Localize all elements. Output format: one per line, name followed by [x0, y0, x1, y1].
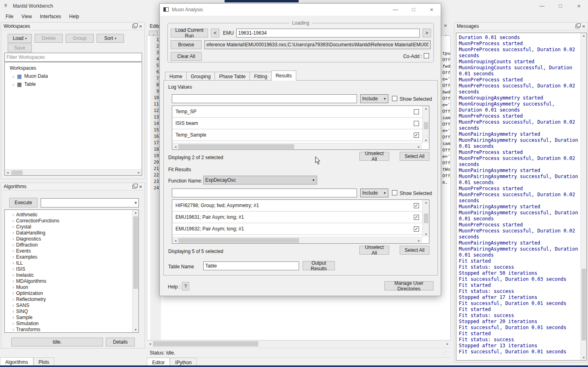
workspaces-hscrollbar[interactable]: ◄ ► [5, 169, 142, 175]
clear-all-button[interactable]: Clear All [171, 52, 202, 61]
algorithm-search-combobox[interactable]: ▾ [41, 198, 139, 207]
scroll-up-icon[interactable]: ▲ [581, 34, 587, 37]
fit-item-checkbox[interactable] [414, 226, 419, 232]
scroll-down-icon[interactable]: ▼ [132, 328, 139, 331]
log-item-checkbox[interactable] [414, 109, 419, 114]
scroll-left-icon[interactable]: ◄ [148, 342, 152, 345]
co-add-checkbox[interactable] [424, 53, 429, 58]
fit-list-vscrollbar[interactable]: ▲ ▼ [422, 200, 429, 237]
tree-chevron-icon[interactable]: › [10, 218, 16, 223]
log-item-checkbox[interactable] [414, 121, 419, 126]
log-list-vscrollbar[interactable]: ▲ ▼ [422, 106, 429, 143]
manage-user-directories-button[interactable]: Manage User Directories [384, 281, 433, 290]
previous-run-button[interactable]: < [211, 29, 219, 37]
tab-grouping[interactable]: Grouping [186, 72, 215, 81]
algorithm-category-inelastic[interactable]: ›Inelastic [5, 272, 138, 278]
algorithm-category-datahandling[interactable]: ›DataHandling [5, 230, 138, 236]
algorithm-category-arithmetic[interactable]: ›Arithmetic [5, 211, 138, 218]
tree-chevron-icon[interactable]: › [10, 309, 16, 314]
scroll-left-icon[interactable]: ◄ [173, 239, 177, 242]
fit-results-filter-input[interactable] [172, 189, 357, 197]
algorithm-category-ill[interactable]: ›ILL [5, 260, 138, 266]
tree-chevron-icon[interactable]: › [10, 327, 16, 332]
log-select-all-button[interactable]: Select All [400, 152, 429, 161]
log-values-filter-input[interactable] [172, 94, 357, 103]
tree-chevron-icon[interactable]: › [10, 272, 16, 278]
algorithm-category-simulation[interactable]: ›Simulation [5, 320, 138, 326]
tree-chevron-icon[interactable]: › [10, 278, 16, 284]
tab-home[interactable]: Home [165, 72, 187, 81]
editor-hscrollbar[interactable]: ◄ ► [147, 340, 451, 347]
fit-list-hscrollbar[interactable]: ◄ ► [172, 237, 422, 243]
tree-chevron-icon[interactable]: › [10, 254, 16, 259]
log-item-row[interactable]: Temp_Sample [172, 129, 422, 141]
menu-item-file[interactable]: File [2, 12, 17, 21]
fit-show-selected-checkbox[interactable] [392, 190, 397, 195]
menu-item-interfaces[interactable]: Interfaces [36, 12, 65, 21]
filter-workspaces-input[interactable] [4, 53, 142, 62]
algorithm-category-sinq[interactable]: ›SINQ [5, 308, 138, 314]
scroll-left-icon[interactable]: ◄ [173, 145, 177, 148]
load-button[interactable]: Load▾ [8, 34, 32, 43]
execute-button[interactable]: Execute [9, 198, 37, 207]
fit-select-all-button[interactable]: Select All [400, 246, 429, 255]
window-minimize-button[interactable]: — [533, 0, 551, 12]
algorithm-category-mdalgorithms[interactable]: ›MDAlgorithms [5, 278, 138, 284]
window-close-button[interactable]: × [570, 0, 588, 12]
messages-vscroll-thumb[interactable] [582, 269, 586, 341]
tree-chevron-icon[interactable]: › [10, 224, 16, 229]
tree-chevron-icon[interactable]: › [10, 315, 16, 320]
function-name-dropdown[interactable]: ExpDecayOsc ▼ [203, 176, 317, 185]
log-list-vscroll-thumb[interactable] [424, 122, 428, 129]
messages-log-box[interactable]: Duration 0.01 seconds MuonPreProcess sta… [456, 33, 587, 361]
details-button[interactable]: Details [106, 338, 135, 346]
tree-chevron-icon[interactable]: › [10, 242, 16, 247]
chevron-down-icon[interactable]: ▾ [134, 200, 137, 205]
fit-unselect-all-button[interactable]: Unselect All [359, 246, 389, 255]
algorithms-vscrollbar[interactable]: ▲ ▼ [132, 210, 138, 332]
scroll-right-icon[interactable]: ► [137, 171, 141, 174]
messages-vscrollbar[interactable]: ▲ ▼ [580, 33, 586, 360]
tree-chevron-icon[interactable]: › [10, 303, 16, 308]
workspaces-float-icon[interactable] [132, 25, 136, 28]
loaded-files-field[interactable] [204, 40, 431, 49]
messages-close-icon[interactable]: × [582, 24, 585, 29]
browse-button[interactable]: Browse [171, 40, 202, 49]
algorithm-category-crystal[interactable]: ›Crystal [5, 224, 138, 230]
algorithm-category-sans[interactable]: ›SANS [5, 302, 138, 308]
workspaces-hscroll-thumb[interactable] [11, 170, 23, 175]
tab-phase-table[interactable]: Phase Table [215, 72, 250, 81]
dialog-close-button[interactable]: × [423, 4, 441, 16]
scroll-up-icon[interactable]: ▲ [132, 211, 139, 214]
tab-fitting[interactable]: Fitting [250, 72, 272, 81]
tree-chevron-icon[interactable]: › [10, 212, 16, 217]
algorithm-category-optimization[interactable]: ›Optimization [5, 290, 138, 296]
log-item-row[interactable]: ISIS beam [172, 118, 422, 129]
scroll-right-icon[interactable]: ► [417, 239, 421, 242]
tree-chevron-icon[interactable]: › [10, 284, 16, 290]
algorithm-category-correctionfunctions[interactable]: ›CorrectionFunctions [5, 218, 138, 224]
tree-item-muon-data[interactable]: ›▦Muon Data [5, 72, 142, 80]
delete-button[interactable]: Delete [35, 34, 63, 43]
workspaces-close-icon[interactable]: × [139, 24, 142, 29]
menu-item-view[interactable]: View [17, 12, 36, 21]
algorithm-category-diffraction[interactable]: ›Diffraction [5, 242, 138, 248]
fit-item-row[interactable]: EMU19632; Pair Asym; long; #1 [172, 223, 422, 235]
load-current-run-button[interactable]: Load Current Run [171, 29, 208, 37]
resize-grip-icon[interactable]: ⋰ [442, 350, 447, 356]
algorithm-category-examples[interactable]: ›Examples [5, 254, 138, 260]
log-show-selected-checkbox[interactable] [392, 96, 397, 101]
dialog-maximize-button[interactable]: □ [404, 4, 423, 16]
fit-results-include-dropdown[interactable]: Include ▼ [360, 189, 388, 197]
scroll-down-icon[interactable]: ▼ [423, 139, 429, 142]
scroll-down-icon[interactable]: ▼ [581, 356, 587, 359]
fit-item-checkbox[interactable] [414, 215, 419, 220]
algorithm-category-diagnostics[interactable]: ›Diagnostics [5, 236, 138, 242]
tab-results[interactable]: Results [271, 70, 296, 81]
tree-chevron-icon[interactable]: › [10, 248, 16, 253]
scroll-up-icon[interactable]: ▲ [423, 201, 429, 204]
scroll-up-icon[interactable]: ▲ [423, 107, 429, 110]
editor-hscroll-thumb[interactable] [153, 341, 258, 346]
scroll-left-icon[interactable]: ◄ [6, 171, 10, 174]
workspaces-save-button[interactable]: Save [8, 44, 32, 52]
